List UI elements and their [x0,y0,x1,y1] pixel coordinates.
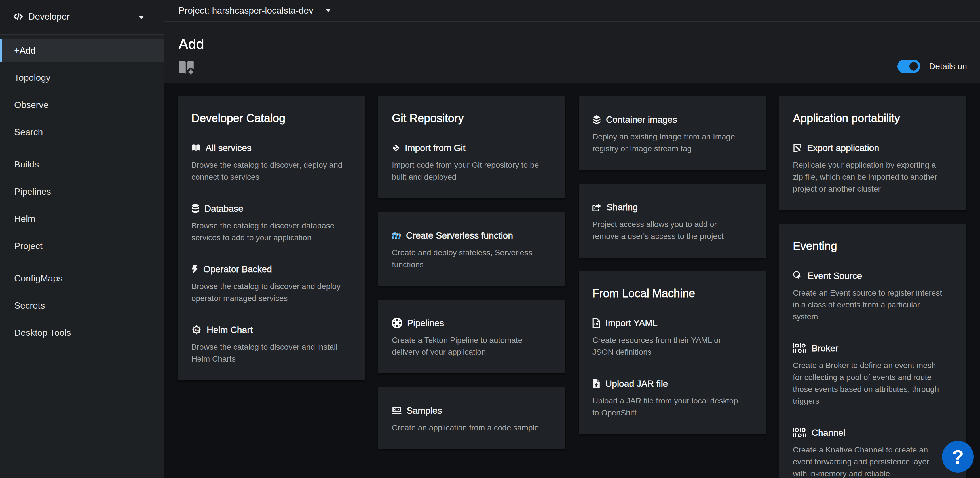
svg-text:HELM: HELM [194,329,200,331]
